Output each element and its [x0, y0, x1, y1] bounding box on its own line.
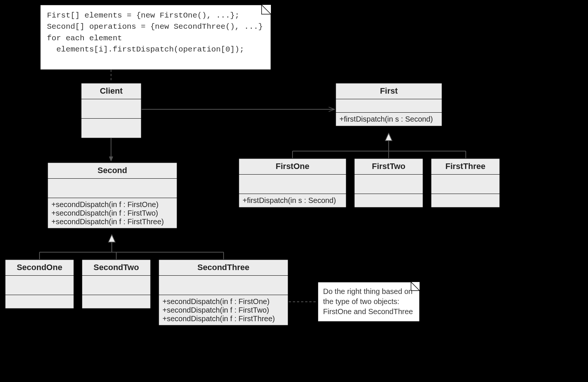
class-firstthree: FirstThree: [431, 158, 500, 208]
class-secondone-attrs: [5, 276, 74, 295]
class-secondone: SecondOne: [5, 259, 74, 309]
class-firsttwo: FirstTwo: [354, 158, 423, 208]
class-first-ops: +firstDispatch(in s : Second): [336, 113, 442, 126]
class-firstthree-ops: [431, 194, 500, 207]
class-secondtwo-ops: [82, 295, 151, 309]
class-client-attrs: [81, 99, 141, 119]
class-client: Client: [81, 83, 142, 138]
class-firstone: FirstOne +firstDispatch(in s : Second): [238, 158, 347, 208]
class-firsttwo-attrs: [354, 175, 423, 194]
class-secondthree-ops: +secondDispatch(in f : FirstOne) +second…: [159, 295, 288, 325]
class-second-attrs: [48, 179, 177, 198]
class-secondthree-attrs: [159, 276, 288, 295]
class-second-title: Second: [48, 163, 177, 179]
class-first-title: First: [336, 83, 442, 99]
class-second-ops: +secondDispatch(in f : FirstOne) +second…: [48, 198, 177, 228]
note-explain-text: Do the right thing based on the type of …: [318, 282, 420, 322]
class-secondone-title: SecondOne: [5, 260, 74, 276]
diagram-canvas: First[] elements = {new FirstOne(), ...}…: [0, 0, 588, 382]
class-firstthree-title: FirstThree: [431, 159, 500, 175]
class-firstone-ops: +firstDispatch(in s : Second): [239, 194, 346, 207]
class-secondtwo: SecondTwo: [82, 259, 151, 309]
class-first: First +firstDispatch(in s : Second): [335, 83, 442, 126]
class-secondtwo-attrs: [82, 276, 151, 295]
class-firsttwo-ops: [354, 194, 423, 207]
class-firstthree-attrs: [431, 175, 500, 194]
class-firstone-title: FirstOne: [239, 159, 346, 175]
class-secondone-ops: [5, 295, 74, 309]
note-explain: Do the right thing based on the type of …: [318, 282, 420, 322]
note-code: First[] elements = {new FirstOne(), ...}…: [40, 5, 271, 70]
class-secondthree: SecondThree +secondDispatch(in f : First…: [158, 259, 288, 326]
class-firsttwo-title: FirstTwo: [354, 159, 423, 175]
class-secondthree-title: SecondThree: [159, 260, 288, 276]
class-second: Second +secondDispatch(in f : FirstOne) …: [47, 162, 177, 229]
note-code-text: First[] elements = {new FirstOne(), ...}…: [40, 5, 271, 70]
class-firstone-attrs: [239, 175, 346, 194]
class-secondtwo-title: SecondTwo: [82, 260, 151, 276]
class-client-ops: [81, 119, 141, 138]
class-client-title: Client: [81, 83, 141, 99]
class-first-attrs: [336, 99, 442, 113]
